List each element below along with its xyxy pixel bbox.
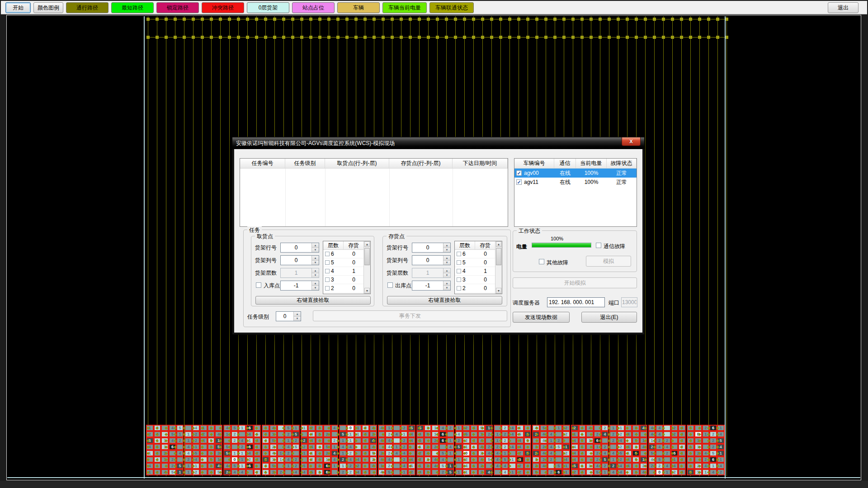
pick-by-right-click-button[interactable]: 右键直接拾取: [387, 296, 502, 305]
toolbar-button-最短路径[interactable]: 最短路径: [111, 2, 154, 13]
scroll-thumb[interactable]: [364, 248, 370, 265]
field-stepper[interactable]: 0▲▼: [280, 255, 319, 265]
toolbar-button-车辆联通状态[interactable]: 车辆联通状态: [429, 2, 474, 13]
start-simulation-button[interactable]: 开始模拟: [513, 277, 637, 288]
entry-point-value: -1: [281, 281, 311, 290]
path-node-icon: [255, 36, 258, 39]
field-stepper[interactable]: 0▲▼: [412, 243, 451, 253]
path-node-icon: [517, 18, 520, 21]
toolbar-button-站点占位[interactable]: 站点占位: [292, 2, 335, 13]
spinner-up-icon[interactable]: ▲: [294, 312, 301, 317]
spinner-down-icon[interactable]: ▼: [312, 261, 319, 265]
toolbar-button-开始[interactable]: 开始: [5, 2, 31, 13]
spinner-up-icon[interactable]: ▲: [312, 268, 319, 273]
list-checkbox-icon[interactable]: [457, 252, 461, 256]
send-field-data-button[interactable]: 发送现场数据: [513, 312, 570, 323]
scroll-up-icon[interactable]: ▲: [496, 241, 501, 247]
list-column-层数: 层数: [455, 241, 475, 249]
scroll-thumb[interactable]: [496, 248, 501, 265]
outbound-point-checkbox[interactable]: [387, 282, 393, 288]
vehicle-fault-cell: 正常: [607, 169, 637, 177]
toolbar-button-车辆[interactable]: 车辆: [337, 2, 380, 13]
list-checkbox-icon[interactable]: [325, 269, 330, 273]
field-stepper[interactable]: 1▲▼: [412, 268, 451, 278]
list-checkbox-icon[interactable]: [325, 260, 330, 265]
path-node-icon: [472, 18, 475, 21]
path-node-icon: [481, 18, 484, 21]
dialog-title[interactable]: 安徽依诺玛智能科技有限公司-AGVs调度监控系统(WCS)-模拟现场 X: [232, 137, 644, 149]
spinner-up-icon[interactable]: ▲: [312, 281, 319, 286]
scroll-up-icon[interactable]: ▲: [364, 241, 370, 247]
level-stock-list[interactable]: 层数存货6050413020▲▼: [454, 241, 502, 294]
task-table[interactable]: 任务编号任务级别取货点(行-列-层)存货点(行-列-层)下达日期/时间: [240, 158, 508, 227]
spinner-down-icon[interactable]: ▼: [443, 273, 450, 278]
field-value: 0: [281, 256, 311, 265]
path-node-icon: [436, 18, 439, 21]
toolbar-button-车辆当前电量[interactable]: 车辆当前电量: [382, 2, 427, 13]
spinner-down-icon[interactable]: ▼: [312, 248, 319, 253]
spinner-down-icon[interactable]: ▼: [294, 317, 301, 321]
list-checkbox-icon[interactable]: [325, 286, 330, 291]
list-checkbox-icon[interactable]: [457, 269, 461, 273]
inbound-point-checkbox[interactable]: [256, 282, 261, 288]
list-checkbox-icon[interactable]: [457, 286, 461, 291]
path-node-icon: [626, 36, 629, 39]
path-node-icon: [553, 18, 557, 21]
entry-point-stepper[interactable]: -1▲▼: [280, 281, 319, 291]
scroll-down-icon[interactable]: ▼: [364, 288, 370, 294]
pick-by-right-click-button[interactable]: 右键直接拾取: [255, 296, 371, 305]
list-scrollbar[interactable]: ▲▼: [363, 241, 370, 294]
list-checkbox-icon[interactable]: [325, 252, 330, 256]
field-stepper[interactable]: 0▲▼: [412, 255, 451, 265]
spinner-up-icon[interactable]: ▲: [443, 281, 450, 286]
toolbar-button-锁定路径[interactable]: 锁定路径: [156, 2, 199, 13]
list-checkbox-icon[interactable]: [457, 277, 461, 282]
battery-progress-bar: [532, 243, 591, 248]
path-node-icon: [526, 36, 529, 39]
scroll-down-icon[interactable]: ▼: [496, 288, 501, 294]
entry-point-value: -1: [412, 281, 443, 290]
entry-point-stepper[interactable]: -1▲▼: [412, 281, 451, 291]
port-input[interactable]: [621, 297, 637, 307]
map-canvas[interactable]: 1245412451624511224012441255114212451241…: [6, 15, 861, 480]
toolbar-button-颜色图例[interactable]: 颜色图例: [33, 2, 63, 13]
spinner-up-icon[interactable]: ▲: [443, 256, 450, 261]
list-column-存货: 存货: [475, 241, 495, 249]
spinner-up-icon[interactable]: ▲: [312, 243, 319, 248]
exit-dialog-button[interactable]: 退出(E): [581, 312, 637, 323]
spinner-down-icon[interactable]: ▼: [312, 273, 319, 278]
path-node-icon: [617, 36, 620, 39]
spinner-up-icon[interactable]: ▲: [312, 256, 319, 261]
path-node-icon: [617, 18, 620, 21]
shelf-grid[interactable]: 1245412451624511224012441255114212451241…: [146, 425, 726, 475]
comm-fault-checkbox[interactable]: [596, 243, 601, 248]
list-scrollbar[interactable]: ▲▼: [495, 241, 502, 294]
spinner-down-icon[interactable]: ▼: [443, 286, 450, 291]
list-checkbox-icon[interactable]: [457, 260, 461, 265]
dispatch-server-input[interactable]: [547, 297, 605, 307]
list-checkbox-icon[interactable]: [325, 277, 330, 282]
field-stepper[interactable]: 1▲▼: [280, 268, 319, 278]
other-fault-checkbox[interactable]: [539, 259, 544, 264]
submit-task-button[interactable]: 事务下发: [313, 310, 507, 321]
close-icon[interactable]: X: [622, 137, 641, 146]
vehicle-table[interactable]: 车辆编号通信当前电量故障状态✓agv00在线100%正常✓agv11在线100%…: [514, 158, 637, 227]
simulate-button[interactable]: 模拟: [586, 256, 631, 267]
spinner-down-icon[interactable]: ▼: [312, 286, 319, 291]
toolbar-button-0层货架[interactable]: 0层货架: [247, 2, 289, 13]
spinner-down-icon[interactable]: ▼: [443, 261, 450, 265]
exit-button-top[interactable]: 退出: [828, 2, 859, 13]
field-stepper[interactable]: 0▲▼: [280, 243, 319, 253]
vehicle-checkbox-icon[interactable]: ✓: [516, 179, 522, 185]
task-level-stepper[interactable]: 0 ▲ ▼: [276, 311, 301, 321]
spinner-down-icon[interactable]: ▼: [443, 248, 450, 253]
toolbar-button-冲突路径[interactable]: 冲突路径: [202, 2, 244, 13]
vehicle-row-agv11[interactable]: ✓agv11在线100%正常: [514, 178, 637, 187]
level-value: 4: [331, 268, 334, 274]
level-stock-list[interactable]: 层数存货6050413020▲▼: [323, 241, 371, 294]
vehicle-row-agv00[interactable]: ✓agv00在线100%正常: [514, 169, 637, 178]
vehicle-checkbox-icon[interactable]: ✓: [516, 170, 522, 176]
toolbar-button-通行路径[interactable]: 通行路径: [66, 2, 108, 13]
spinner-up-icon[interactable]: ▲: [443, 243, 450, 248]
spinner-up-icon[interactable]: ▲: [443, 268, 450, 273]
